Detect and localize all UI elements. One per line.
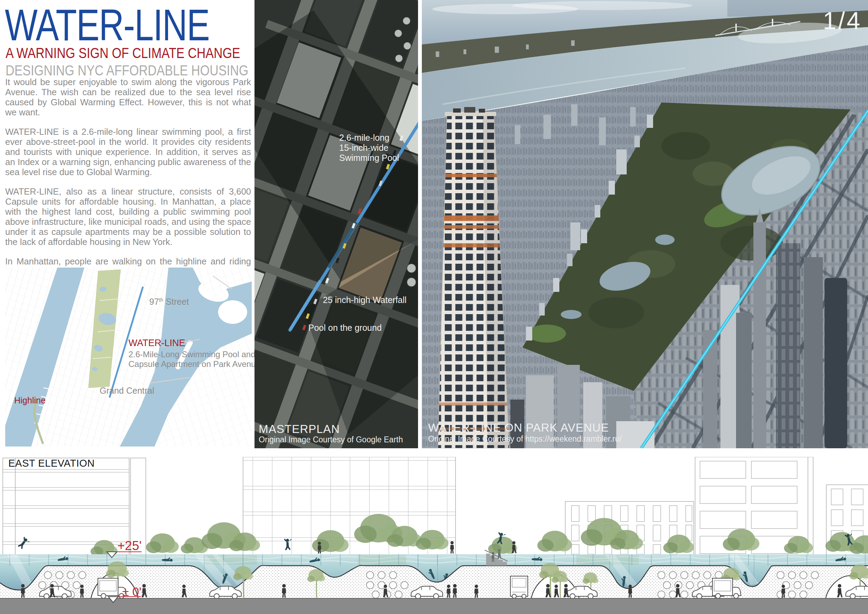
masterplan-caption-credit: Original Image Courtesy of Google Earth bbox=[259, 435, 403, 445]
level-annotation-upper: +25' bbox=[117, 539, 142, 553]
satellite-graphic bbox=[254, 0, 418, 448]
intro-text: It would be super enjoyable to swim alon… bbox=[5, 77, 251, 296]
masterplan-caption-title: MASTERPLAN bbox=[259, 423, 340, 436]
aerial-caption-credit: Original Image Courtesy of https://weeke… bbox=[428, 434, 622, 444]
aerial-photo: 1/4 WATER-LINE ON PARK AVENUE Original I… bbox=[422, 0, 868, 448]
map-label-waterline: WATER-LINE bbox=[129, 338, 185, 348]
page-subtitle: A WARNING SIGN OF CLIMATE CHANGE bbox=[6, 45, 240, 62]
map-label-97th-street: 97th Street bbox=[149, 297, 189, 307]
pool-dimension-label: 2.6-mile-long 15-inch-wide Swimming Pool bbox=[339, 133, 399, 163]
ground-pool-label: Pool on the ground bbox=[308, 323, 381, 333]
map-label-grand-central: Grand Central bbox=[100, 386, 154, 396]
map-label-desc-2: Capsule Apartment on Park Avenue bbox=[129, 359, 260, 369]
page-number: 1/4 bbox=[823, 7, 862, 35]
intro-paragraph-3: WATER-LINE, also as a linear structure, … bbox=[5, 187, 251, 247]
masterplan-satellite: 2.6-mile-long 15-inch-wide Swimming Pool… bbox=[254, 0, 418, 448]
elevation-title: EAST ELEVATION bbox=[8, 458, 95, 469]
intro-paragraph-1: It would be super enjoyable to swim alon… bbox=[5, 77, 251, 117]
page-title: WATER-LINE bbox=[5, 3, 209, 47]
aerial-caption-title: WATER-LINE ON PARK AVENUE bbox=[428, 421, 609, 434]
east-elevation-drawing: EAST ELEVATION +25' ± 0' bbox=[0, 457, 868, 614]
map-label-highline: Highline bbox=[14, 395, 45, 406]
aerial-graphic bbox=[422, 0, 868, 448]
presentation-board: WATER-LINE A WARNING SIGN OF CLIMATE CHA… bbox=[0, 0, 868, 614]
level-annotation-ground: ± 0' bbox=[122, 585, 141, 599]
waterfall-label: 25 inch-high Waterfall bbox=[323, 295, 406, 305]
page-tagline: DESIGNING NYC AFFORDABLE HOUSING bbox=[6, 62, 248, 79]
map-label-desc-1: 2.6-Mile-Long Swimming Pool and bbox=[129, 350, 256, 359]
location-map: 97th Street WATER-LINE 2.6-Mile-Long Swi… bbox=[5, 267, 252, 446]
ground-band bbox=[0, 598, 868, 614]
intro-paragraph-2: WATER-LINE is a 2.6-mile-long linear swi… bbox=[5, 127, 251, 177]
